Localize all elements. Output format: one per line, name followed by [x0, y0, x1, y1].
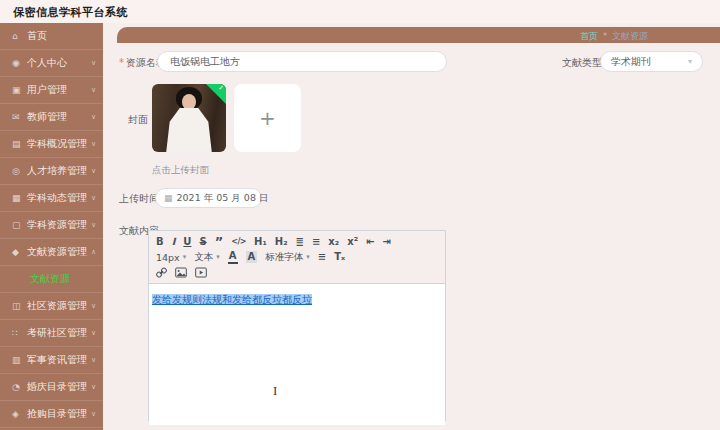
resource-name-input[interactable]: [157, 51, 447, 72]
photo-figure-face: [182, 94, 196, 110]
cover-upload-button[interactable]: +: [234, 84, 301, 152]
editor-content-area[interactable]: 发给发规则法规和发给都反垃都反垃 I: [149, 284, 445, 425]
code-block-button[interactable]: </>: [231, 236, 246, 248]
sidebar-item-home[interactable]: ⌂ 首页: [0, 23, 103, 50]
sidebar-item-literature-resource-mgmt[interactable]: ◆ 文献资源管理 ∧: [0, 239, 103, 266]
subscript-button[interactable]: x₂: [328, 236, 339, 248]
sidebar-item-subject-resource-mgmt[interactable]: ▢ 学科资源管理 ∨: [0, 212, 103, 239]
doc-type-select[interactable]: 学术期刊 ▾: [600, 51, 703, 72]
chevron-down-icon: ∨: [91, 140, 96, 148]
sidebar-item-wedding-catalog-mgmt[interactable]: ◔ 婚庆目录管理 ∨: [0, 374, 103, 401]
app-title: 保密信息学科平台系统: [13, 5, 128, 20]
sidebar-item-label: 用户管理: [27, 83, 67, 97]
pin-icon: ◈: [12, 409, 27, 419]
header2-button[interactable]: H₂: [275, 236, 288, 248]
breadcrumb-home-link[interactable]: 首页: [580, 30, 598, 43]
superscript-button[interactable]: x²: [347, 236, 358, 248]
chevron-down-icon: ∨: [91, 410, 96, 418]
sidebar-item-label: 军事资讯管理: [27, 353, 87, 367]
chevron-down-icon: ∨: [91, 113, 96, 121]
sidebar-item-subject-news-mgmt[interactable]: ▦ 学科动态管理 ∨: [0, 185, 103, 212]
bullet-list-button[interactable]: ≡: [312, 236, 320, 248]
chevron-down-icon: ▾: [183, 253, 187, 261]
upload-time-label: 上传时间: [119, 192, 159, 206]
grid-icon: ▦: [12, 193, 27, 203]
users-icon: ▣: [12, 85, 27, 95]
video-icon[interactable]: [195, 263, 207, 282]
breadcrumb-current: 文献资源: [612, 30, 648, 43]
chevron-down-icon: ∨: [91, 302, 96, 310]
clock-icon: ◔: [12, 382, 27, 392]
italic-button[interactable]: I: [172, 236, 176, 248]
upload-time-value: 2021 年 05 月 08 日: [177, 192, 269, 205]
folder-icon: ▢: [12, 220, 27, 230]
sidebar-item-label: 学科概况管理: [27, 137, 87, 151]
chevron-down-icon: ∨: [91, 221, 96, 229]
sidebar-item-label: 考研社区管理: [27, 326, 87, 340]
sidebar-item-kaoyan-community-mgmt[interactable]: ∷ 考研社区管理 ∨: [0, 320, 103, 347]
sidebar-item-label: 学科动态管理: [27, 191, 87, 205]
rich-text-editor: B I U S ” </> H₁ H₂ ≣ ≡ x₂ x² ⇤ ⇥ 14px ▾: [148, 230, 446, 421]
sidebar-subitem-literature-resource-active[interactable]: 文献资源: [0, 266, 103, 293]
upload-time-datepicker[interactable]: ▦ 2021 年 05 月 08 日: [155, 188, 262, 208]
chevron-down-icon: ∨: [91, 86, 96, 94]
blocks-icon: ∷: [12, 328, 27, 338]
editor-toolbar: B I U S ” </> H₁ H₂ ≣ ≡ x₂ x² ⇤ ⇥ 14px ▾: [149, 231, 445, 284]
sidebar-item-label: 文献资源管理: [27, 245, 87, 259]
sidebar-item-military-news-mgmt[interactable]: ▥ 军事资讯管理 ∨: [0, 347, 103, 374]
sidebar-item-user-mgmt[interactable]: ▣ 用户管理 ∨: [0, 77, 103, 104]
sidebar-item-teacher-mgmt[interactable]: ✉ 教师管理 ∨: [0, 104, 103, 131]
bold-button[interactable]: B: [156, 236, 164, 248]
photo-figure-dress: [166, 108, 212, 152]
header1-button[interactable]: H₁: [254, 236, 267, 248]
sidebar-item-subject-overview-mgmt[interactable]: ▤ 学科概况管理 ∨: [0, 131, 103, 158]
sidebar-item-label: 抢购目录管理: [27, 407, 87, 421]
sidebar-item-label: 首页: [27, 29, 47, 43]
app-header: 保密信息学科平台系统: [0, 0, 720, 23]
breadcrumb-separator: *: [603, 32, 607, 41]
ordered-list-button[interactable]: ≣: [296, 236, 304, 248]
mail-icon: ✉: [12, 112, 27, 122]
cover-image-thumbnail[interactable]: ✓: [152, 84, 226, 152]
chevron-down-icon: ∨: [91, 383, 96, 391]
content-top-strip: 首页 * 文献资源: [117, 27, 720, 43]
sidebar-item-personal-center[interactable]: ◉ 个人中心 ∨: [0, 50, 103, 77]
sidebar-item-label: 个人中心: [27, 56, 67, 70]
chevron-down-icon: ∨: [91, 329, 96, 337]
text-color-button[interactable]: A: [228, 250, 238, 264]
indent-button[interactable]: ⇥: [382, 236, 390, 248]
sidebar-item-label: 人才培养管理: [27, 164, 87, 178]
sidebar-item-talent-mgmt[interactable]: ◎ 人才培养管理 ∨: [0, 158, 103, 185]
cover-upload-hint[interactable]: 点击上传封面: [152, 164, 209, 177]
outdent-button[interactable]: ⇤: [366, 236, 374, 248]
sidebar-item-label: 教师管理: [27, 110, 67, 124]
user-icon: ◉: [12, 58, 27, 68]
sidebar-item-flashsale-catalog-mgmt[interactable]: ◈ 抢购目录管理 ∨: [0, 401, 103, 428]
highlight-color-button[interactable]: A: [246, 251, 258, 263]
clear-format-button[interactable]: Tₓ: [334, 251, 345, 263]
link-icon[interactable]: [156, 263, 167, 282]
image-icon[interactable]: [175, 263, 187, 282]
plus-icon: +: [259, 106, 276, 130]
home-icon: ⌂: [12, 31, 27, 41]
toolbar-row-1: B I U S ” </> H₁ H₂ ≣ ≡ x₂ x² ⇤ ⇥: [156, 235, 438, 249]
text-cursor-icon: I: [273, 383, 277, 399]
toolbar-row-3: [156, 265, 438, 279]
blockquote-button[interactable]: ”: [215, 238, 224, 246]
font-family-picker[interactable]: 标准字体 ▾: [265, 251, 310, 264]
chevron-down-icon: ▾: [306, 253, 310, 261]
community-icon: ◫: [12, 301, 27, 311]
strikethrough-button[interactable]: S: [199, 236, 206, 248]
calendar-icon: ▦: [164, 193, 173, 203]
required-asterisk: *: [119, 57, 124, 68]
sidebar-item-community-resource-mgmt[interactable]: ◫ 社区资源管理 ∨: [0, 293, 103, 320]
doc-type-label: 文献类型: [562, 56, 602, 70]
selected-link-text[interactable]: 发给发规则法规和发给都反垃都反垃: [152, 294, 312, 305]
cover-label: 封面: [128, 113, 148, 127]
font-size-value: 14px: [156, 252, 180, 263]
underline-button[interactable]: U: [183, 236, 191, 248]
chevron-down-icon: ▾: [688, 57, 692, 66]
align-button[interactable]: ≡: [318, 251, 326, 263]
chevron-down-icon: ∨: [91, 356, 96, 364]
font-size-picker[interactable]: 14px ▾: [156, 252, 186, 263]
